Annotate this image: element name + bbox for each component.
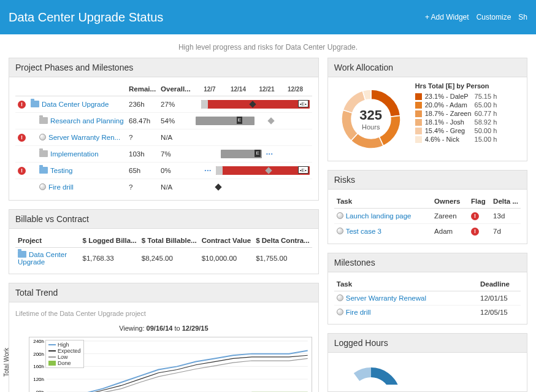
customize-button[interactable]: Customize xyxy=(477,13,511,21)
trend-chart[interactable]: HighExpectedLowDone 0h40h80h120h160h200h… xyxy=(29,337,312,392)
svg-text:80h: 80h xyxy=(36,390,44,392)
task-link[interactable]: Data Center Upgrade xyxy=(42,101,109,108)
page-title: Data Center Upgrade Status xyxy=(9,10,163,25)
add-widget-button[interactable]: + Add Widget xyxy=(425,13,469,21)
task-link[interactable]: Implementation xyxy=(50,150,99,158)
folder-icon xyxy=(39,167,48,174)
svg-text:160h: 160h xyxy=(33,364,44,369)
svg-text:120h: 120h xyxy=(33,377,44,382)
table-row: Research and Planning68.47h54%E xyxy=(15,113,312,129)
widget-title: Milestones xyxy=(328,253,527,272)
widget-title: Logged Hours xyxy=(328,334,527,353)
milestones-table: Task Deadline Server Warranty Renewal12/… xyxy=(334,277,521,319)
table-row: Fire drill?N/A xyxy=(15,179,312,196)
legend-item: Low xyxy=(48,354,81,360)
logged-hours-donut[interactable] xyxy=(334,360,408,385)
col-timeline: 12/712/1412/2112/28 xyxy=(193,82,312,96)
legend-swatch xyxy=(415,102,422,109)
folder-icon xyxy=(18,251,26,258)
milestone-icon xyxy=(39,134,46,140)
table-row: !Server Warranty Ren...?N/A xyxy=(15,129,312,146)
legend-swatch xyxy=(415,110,422,117)
task-link[interactable]: Fire drill xyxy=(48,183,74,191)
legend-swatch xyxy=(415,136,422,143)
milestone-icon xyxy=(337,294,343,301)
widget-trend: Total Trend Lifetime of the Data Center … xyxy=(9,283,319,392)
legend-item: Expected xyxy=(48,348,81,354)
legend-swatch xyxy=(415,119,422,126)
table-row: Fire drill12/05/15 xyxy=(334,306,521,320)
milestone-link[interactable]: Server Warranty Renewal xyxy=(346,294,426,302)
legend-item[interactable]: 18.1% - Josh58.92 h xyxy=(415,118,497,126)
widget-billable: Billable vs Contract Project $ Logged Bi… xyxy=(9,209,319,274)
page-subtitle: High level progress and risks for Data C… xyxy=(0,34,536,58)
phases-table: Remai... Overall... 12/712/1412/2112/28 … xyxy=(15,82,312,195)
share-button[interactable]: Sh xyxy=(518,13,527,21)
gantt-bar[interactable]: E••• xyxy=(196,149,310,159)
table-row: !Testing65h0%••••E• xyxy=(15,163,312,179)
legend-swatch xyxy=(415,128,422,134)
billable-table: Project $ Logged Billa... $ Total Billab… xyxy=(15,234,312,269)
gantt-bar[interactable]: E xyxy=(196,116,310,126)
milestone-link[interactable]: Fire drill xyxy=(346,309,371,316)
task-link[interactable]: Launch landing page xyxy=(346,212,412,220)
flag-icon: ! xyxy=(471,212,479,220)
gantt-bar[interactable] xyxy=(196,133,310,142)
widget-title: Total Trend xyxy=(9,283,318,302)
widget-title: Risks xyxy=(328,171,527,190)
widget-title: Work Allocation xyxy=(328,58,527,77)
alert-icon: ! xyxy=(18,167,26,175)
svg-text:240h: 240h xyxy=(33,339,44,344)
col-overall: Overall... xyxy=(158,82,193,96)
widget-title: Billable vs Contract xyxy=(9,210,318,229)
widget-work-allocation: Work Allocation 325 Hours Hrs Total [E] … xyxy=(327,58,527,161)
table-row: !Data Center Upgrade236h27%•E• xyxy=(15,96,312,113)
legend-item[interactable]: 4.6% - Nick15.00 h xyxy=(415,135,497,144)
donut-legend: Hrs Total [E] by Person 23.1% - DaleP75.… xyxy=(415,82,497,144)
trend-subtitle: Lifetime of the Data Center Upgrade proj… xyxy=(15,307,312,322)
col-remaining: Remai... xyxy=(126,82,158,96)
task-link[interactable]: Research and Planning xyxy=(50,117,124,125)
legend-item[interactable]: 18.7% - Zareen60.77 h xyxy=(415,109,497,118)
gantt-bar[interactable] xyxy=(196,182,310,192)
folder-icon xyxy=(39,117,48,124)
task-link[interactable]: Test case 3 xyxy=(346,228,381,235)
widget-risks: Risks Task Owners Flag Delta ... Launch … xyxy=(327,170,527,244)
page-header: Data Center Upgrade Status + Add Widget … xyxy=(0,0,536,34)
task-icon xyxy=(337,228,343,234)
work-allocation-donut[interactable]: 325 Hours xyxy=(334,82,408,156)
widget-milestones: Milestones Task Deadline Server Warranty… xyxy=(327,253,527,325)
task-icon xyxy=(337,212,343,219)
trend-legend: HighExpectedLowDone xyxy=(45,340,84,368)
task-link[interactable]: Server Warranty Ren... xyxy=(48,134,120,141)
folder-icon xyxy=(31,101,39,107)
legend-item: High xyxy=(48,342,81,348)
milestone-icon xyxy=(39,183,46,190)
milestone-icon xyxy=(337,309,343,315)
legend-item[interactable]: 15.4% - Greg50.00 h xyxy=(415,126,497,135)
gantt-bar[interactable]: •E• xyxy=(196,99,310,109)
svg-text:200h: 200h xyxy=(33,352,44,357)
table-row: Launch landing pageZareen!13d xyxy=(334,209,521,224)
trend-range: Viewing: 09/16/14 to 12/29/15 xyxy=(15,322,312,334)
widget-logged-hours: Logged Hours xyxy=(327,333,527,392)
legend-item[interactable]: 23.1% - DaleP75.15 h xyxy=(415,92,497,101)
trend-ylabel: Total Work xyxy=(3,348,10,377)
legend-swatch xyxy=(415,93,422,100)
header-actions: + Add Widget Customize Sh xyxy=(425,13,527,21)
table-row: Implementation103h7%E••• xyxy=(15,146,312,163)
widget-phases: Project Phases and Milestones Remai... O… xyxy=(9,58,319,201)
gantt-bar[interactable]: ••••E• xyxy=(196,166,310,175)
legend-item: Done xyxy=(48,360,81,366)
donut-center-value: 325 xyxy=(359,107,382,123)
alert-icon: ! xyxy=(18,101,26,109)
alert-icon: ! xyxy=(18,134,26,142)
folder-icon xyxy=(39,150,48,157)
legend-item[interactable]: 20.0% - Adam65.00 h xyxy=(415,101,497,109)
donut-center-label: Hours xyxy=(362,123,380,131)
flag-icon: ! xyxy=(471,228,479,236)
task-link[interactable]: Testing xyxy=(50,167,72,174)
table-row: Server Warranty Renewal12/01/15 xyxy=(334,291,521,306)
table-row: Data Center Upgrade$1,768.33$8,245.00$10… xyxy=(15,248,312,269)
table-row: Test case 3Adam!7d xyxy=(334,224,521,239)
